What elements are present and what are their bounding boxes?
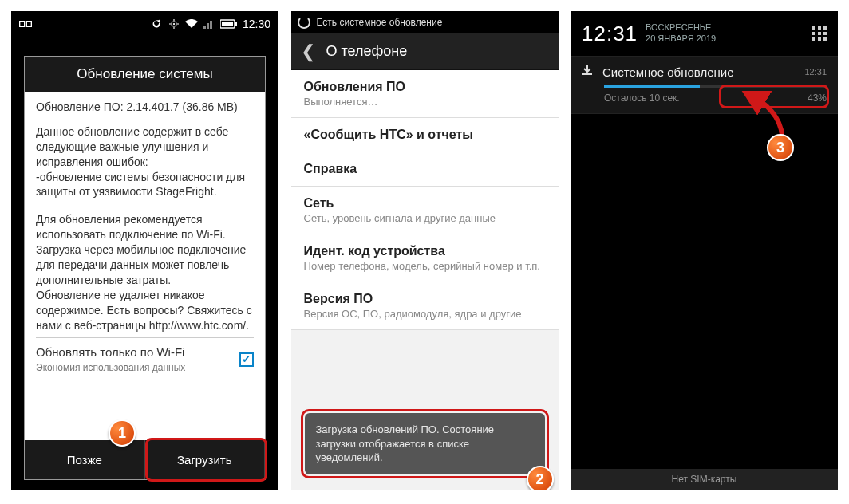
- toast-highlight: Загрузка обновлений ПО. Состояние загруз…: [301, 409, 549, 478]
- list-item-network[interactable]: Сеть Сеть, уровень сигнала и другие данн…: [291, 187, 559, 234]
- phone-screen-1: 12:30 Обновление системы Обновление ПО: …: [11, 11, 278, 490]
- download-icon: [582, 65, 593, 79]
- shade-date: ВОСКРЕСЕНЬЕ 20 ЯНВАРЯ 2019: [646, 22, 716, 45]
- notification-shade-header: 12:31 ВОСКРЕСЕНЬЕ 20 ЯНВАРЯ 2019: [571, 11, 838, 56]
- download-progress-fill: [604, 85, 700, 88]
- status-bar: Есть системное обновление: [291, 11, 559, 33]
- notification-time: 12:31: [804, 67, 827, 77]
- list-item-title: Сеть: [304, 196, 546, 211]
- dialog-title: Обновление системы: [25, 57, 265, 92]
- no-sim-bar: Нет SIM-карты: [571, 469, 838, 490]
- list-item-title: Обновления ПО: [304, 80, 546, 94]
- wifi-only-checkbox[interactable]: ✓: [239, 352, 254, 367]
- list-item-help[interactable]: Справка: [291, 152, 559, 187]
- loading-icon: [298, 16, 310, 29]
- list-item-sub: Сеть, уровень сигнала и другие данные: [304, 212, 546, 224]
- status-bar: 12:30: [11, 11, 278, 37]
- system-update-dialog: Обновление системы Обновление ПО: 2.14.4…: [24, 56, 266, 480]
- list-item-tell-htc[interactable]: «Сообщить HTC» и отчеты: [291, 118, 559, 152]
- dialog-body: Обновление ПО: 2.14.401.7 (36.86 MB) Дан…: [25, 92, 265, 440]
- about-phone-header: ❮ О телефоне: [291, 33, 559, 70]
- status-text: Есть системное обновление: [317, 17, 443, 28]
- list-item-software-version[interactable]: Версия ПО Версия ОС, ПО, радиомодуля, яд…: [291, 282, 559, 330]
- window-icon: [19, 19, 32, 29]
- shade-day: ВОСКРЕСЕНЬЕ: [646, 22, 716, 33]
- toast-wrapper: Загрузка обновлений ПО. Состояние загруз…: [301, 409, 549, 478]
- header-title: О телефоне: [326, 43, 408, 60]
- battery-icon: [220, 19, 238, 29]
- svg-rect-1: [26, 22, 31, 27]
- update-description: Данное обновление содержит в себе следую…: [36, 124, 254, 199]
- wifi-only-sublabel: Экономия использования данных: [36, 361, 185, 374]
- svg-rect-0: [20, 22, 25, 27]
- wifi-icon: [185, 19, 198, 29]
- status-time: 12:30: [243, 18, 270, 30]
- list-item-title: Идент. код устройства: [304, 244, 546, 258]
- list-item-software-updates[interactable]: Обновления ПО Выполняется…: [291, 70, 559, 118]
- signal-icon: [203, 19, 215, 29]
- svg-rect-5: [222, 22, 233, 26]
- notification-percent: 43%: [808, 93, 827, 104]
- update-version-text: Обновление ПО: 2.14.401.7 (36.86 MB): [36, 100, 254, 115]
- list-item-sub: Номер телефона, модель, серийный номер и…: [304, 260, 546, 272]
- back-icon[interactable]: ❮: [301, 41, 315, 62]
- shade-time: 12:31: [582, 22, 638, 46]
- notification-title: Системное обновление: [602, 65, 734, 79]
- svg-point-3: [173, 23, 175, 25]
- svg-rect-6: [235, 22, 237, 26]
- shade-full-date: 20 ЯНВАРЯ 2019: [646, 33, 716, 45]
- annotation-badge-1: 1: [109, 419, 136, 447]
- phone-screen-2: Есть системное обновление ❮ О телефоне О…: [291, 11, 559, 490]
- sync-icon: [150, 19, 163, 29]
- notification-remaining: Осталось 10 сек.: [604, 93, 680, 104]
- shade-empty-area: [571, 128, 838, 469]
- list-item-title: «Сообщить HTC» и отчеты: [304, 128, 546, 142]
- list-item-sub: Версия ОС, ПО, радиомодуля, ядра и други…: [304, 308, 546, 320]
- annotation-badge-3: 3: [767, 134, 794, 161]
- wifi-only-label: Обновлять только по Wi-Fi: [36, 345, 185, 360]
- list-item-sub: Выполняется…: [304, 96, 546, 108]
- later-button[interactable]: Позже: [25, 440, 145, 479]
- download-progress-bar: [604, 85, 827, 88]
- dialog-button-bar: Позже Загрузить: [25, 440, 265, 479]
- update-recommendation: Для обновления рекомендуется использоват…: [36, 212, 254, 333]
- download-toast: Загрузка обновлений ПО. Состояние загруз…: [305, 413, 545, 474]
- list-item-title: Версия ПО: [304, 292, 546, 306]
- location-icon: [168, 19, 180, 29]
- download-button[interactable]: Загрузить: [145, 440, 266, 479]
- list-item-device-id[interactable]: Идент. код устройства Номер телефона, мо…: [291, 234, 559, 282]
- annotation-badge-2: 2: [527, 466, 554, 490]
- phone-screen-3: 12:31 ВОСКРЕСЕНЬЕ 20 ЯНВАРЯ 2019 Системн…: [571, 11, 838, 490]
- list-item-title: Справка: [304, 162, 546, 176]
- quick-settings-icon[interactable]: [812, 26, 827, 41]
- wifi-only-row[interactable]: Обновлять только по Wi-Fi Экономия испол…: [36, 337, 254, 373]
